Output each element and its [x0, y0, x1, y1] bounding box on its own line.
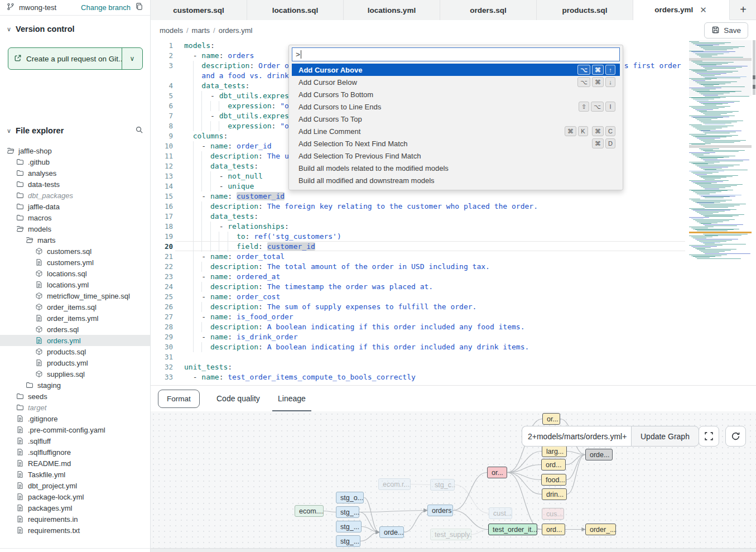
lineage-node-test_o[interactable]: test_order_it...	[488, 524, 537, 535]
palette-item-add-cursors-to-bottom[interactable]: Add Cursors To Bottom	[292, 88, 620, 100]
lineage-node-orde_l[interactable]: orde...	[379, 526, 404, 538]
pr-dropdown-chevron[interactable]: ∨	[122, 48, 142, 69]
tree-item-taskfile-yml[interactable]: Taskfile.yml	[0, 469, 150, 480]
tree-item-products-sql[interactable]: products.sql	[0, 346, 150, 357]
editor-scrollbar[interactable]	[752, 40, 756, 385]
new-tab-button[interactable]: +	[730, 0, 756, 20]
command-palette-input[interactable]: >	[292, 47, 620, 61]
tab-customers-sql[interactable]: customers.sql	[151, 0, 247, 20]
tree-item-customers-sql[interactable]: customers.sql	[0, 246, 150, 257]
minimap[interactable]	[689, 41, 752, 265]
palette-item-add-line-comment[interactable]: Add Line Comment⌘K⌘C	[292, 125, 620, 137]
tree-item-customers-yml[interactable]: customers.yml	[0, 257, 150, 268]
tree-item--pre-commit-config-yaml[interactable]: .pre-commit-config.yaml	[0, 424, 150, 435]
tab-lineage[interactable]: Lineage	[278, 386, 306, 411]
tree-item-analyses[interactable]: analyses	[0, 167, 150, 179]
copy-branch-icon[interactable]	[135, 2, 143, 13]
tree-item-supplies-sql[interactable]: supplies.sql	[0, 368, 150, 380]
breadcrumb-item[interactable]: marts	[192, 26, 210, 35]
format-button[interactable]: Format	[158, 390, 200, 408]
tree-item-macros[interactable]: macros	[0, 212, 150, 223]
update-graph-button[interactable]: Update Graph	[631, 426, 699, 447]
tree-item-requirements-in[interactable]: requirements.in	[0, 513, 150, 525]
minimap-line	[697, 111, 707, 111]
lineage-node-ecom1[interactable]: ecom....	[295, 505, 324, 517]
lineage-node-stg_3[interactable]: stg_...	[336, 521, 362, 532]
version-control-header[interactable]: ∨ Version control	[0, 22, 150, 36]
lineage-node-larg[interactable]: larg...	[542, 445, 567, 457]
save-button[interactable]: Save	[704, 22, 748, 39]
minimap-line	[695, 137, 726, 137]
lineage-selector-input[interactable]: 2+models/marts/orders.yml+	[522, 426, 631, 447]
tree-item-order-items-sql[interactable]: order_items.sql	[0, 301, 150, 313]
close-tab-icon[interactable]: ✕	[699, 5, 708, 15]
palette-item-add-selection-to-next-find-match[interactable]: Add Selection To Next Find Match⌘D	[292, 137, 620, 150]
palette-item-add-selection-to-previous-find-match[interactable]: Add Selection To Previous Find Match	[292, 150, 620, 162]
tree-item-jaffle-shop[interactable]: jaffle-shop	[0, 145, 150, 156]
create-pull-request-button[interactable]: Create a pull request on Git... ∨	[8, 47, 143, 70]
minimap-line	[701, 159, 718, 159]
tree-item-dbt-packages[interactable]: dbt_packages	[0, 190, 150, 201]
palette-item-add-cursor-above[interactable]: Add Cursor Above⌥⌘↑	[292, 64, 620, 76]
lineage-node-drin[interactable]: drin...	[542, 488, 567, 500]
change-branch-link[interactable]: Change branch	[81, 3, 131, 12]
tree-item-orders-sql[interactable]: orders.sql	[0, 324, 150, 335]
fullscreen-button[interactable]	[699, 426, 719, 447]
tree-item-order-items-yml[interactable]: order_items.yml	[0, 313, 150, 324]
tree-item-requirements-txt[interactable]: requirements.txt	[0, 525, 150, 536]
lineage-node-orde_g[interactable]: orde...	[585, 449, 613, 460]
palette-item-build-all-modified-and-downstream-models[interactable]: Build all modified and downstream models	[292, 174, 620, 186]
breadcrumb-item[interactable]: orders.yml	[219, 26, 253, 35]
tab-code-quality[interactable]: Code quality	[216, 386, 260, 411]
lineage-panel[interactable]: ecom....stg_o...stg_...stg_...stg_...ord…	[151, 411, 756, 548]
lineage-node-or_pink[interactable]: or...	[487, 467, 507, 478]
minimap-line	[695, 211, 725, 212]
palette-item-build-all-models-related-to-the-modified-models[interactable]: Build all models related to the modified…	[292, 162, 620, 174]
palette-item-add-cursors-to-top[interactable]: Add Cursors To Top	[292, 113, 620, 125]
tree-item-seeds[interactable]: seeds	[0, 391, 150, 402]
lineage-node-food[interactable]: food...	[541, 474, 566, 486]
tree-item-target[interactable]: target	[0, 402, 150, 413]
tree-item--gitignore[interactable]: .gitignore	[0, 413, 150, 424]
lineage-node-orders[interactable]: orders	[427, 505, 453, 516]
tree-item-metricflow-time-spine-sql[interactable]: metricflow_time_spine.sql	[0, 290, 150, 301]
tree-item-marts[interactable]: marts	[0, 234, 150, 246]
search-files-icon[interactable]	[135, 126, 143, 136]
tree-item-locations-sql[interactable]: locations.sql	[0, 268, 150, 279]
tree-item--sqlfluff[interactable]: .sqlfluff	[0, 435, 150, 447]
minimap-line	[693, 117, 723, 118]
tab-orders-sql[interactable]: orders.sql	[440, 0, 537, 20]
lineage-node-stg_2[interactable]: stg_...	[336, 506, 359, 518]
tree-item--sqlfluffignore[interactable]: .sqlfluffignore	[0, 447, 150, 458]
tree-item-staging[interactable]: staging	[0, 380, 150, 391]
lineage-node-or_top[interactable]: or...	[542, 413, 560, 425]
lineage-node-ord1[interactable]: ord...	[541, 459, 566, 471]
lineage-node-stg_4[interactable]: stg_...	[336, 535, 360, 547]
refresh-button[interactable]	[725, 426, 746, 447]
lineage-node-stg_o[interactable]: stg_o...	[336, 492, 364, 503]
palette-item-add-cursors-to-line-ends[interactable]: Add Cursors to Line Ends⇧⌥I	[292, 100, 620, 113]
tree-item-data-tests[interactable]: data-tests	[0, 179, 150, 190]
lineage-node-ord2[interactable]: ord...	[542, 524, 565, 535]
tab-orders-yml[interactable]: orders.yml✕	[633, 0, 730, 20]
code-editor[interactable]: 1models:2 - name: orders3 description: O…	[151, 40, 756, 385]
tree-item-dbt-project-yml[interactable]: dbt_project.yml	[0, 480, 150, 491]
tree-item-readme-md[interactable]: README.md	[0, 458, 150, 469]
tree-item-models[interactable]: models	[0, 223, 150, 234]
tree-item-locations-yml[interactable]: locations.yml	[0, 279, 150, 290]
file-explorer-header[interactable]: ∨ File explorer	[0, 124, 150, 137]
tree-item-orders-yml[interactable]: orders.yml	[0, 335, 150, 346]
horizontal-scrollbar-strip[interactable]	[151, 548, 756, 552]
tree-item-packages-yml[interactable]: packages.yml	[0, 502, 150, 513]
tab-locations-sql[interactable]: locations.sql	[247, 0, 344, 20]
breadcrumb-item[interactable]: models	[160, 26, 183, 35]
lineage-node-order3[interactable]: order_...	[585, 524, 616, 535]
tab-locations-yml[interactable]: locations.yml	[344, 0, 440, 20]
palette-item-add-cursor-below[interactable]: Add Cursor Below⌥⌘↓	[292, 76, 620, 88]
tab-products-sql[interactable]: products.sql	[537, 0, 633, 20]
tree-item-jaffle-data[interactable]: jaffle-data	[0, 201, 150, 212]
tree-item-package-lock-yml[interactable]: package-lock.yml	[0, 491, 150, 502]
tree-item--github[interactable]: .github	[0, 156, 150, 167]
tree-item-products-yml[interactable]: products.yml	[0, 357, 150, 368]
line-number: 24	[151, 282, 173, 292]
